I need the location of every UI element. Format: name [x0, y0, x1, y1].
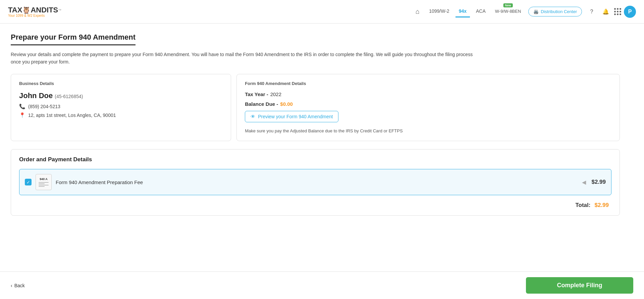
eye-icon: 👁	[251, 114, 255, 119]
main-nav: ⌂ 1099/W-2 94x ACA New W-9/W-8BEN 🖨️ Dis…	[412, 5, 636, 18]
form-icon-lines	[39, 182, 49, 187]
tax-year-row: Tax Year - 2022	[245, 91, 611, 97]
distribution-center-button[interactable]: 🖨️ Distribution Center	[528, 7, 582, 16]
form-icon-label: 940 A	[40, 178, 48, 181]
preview-btn-label: Preview your Form 940 Amendment	[258, 114, 333, 119]
fee-item-label: Form 940 Amendment Preparation Fee	[56, 179, 578, 185]
fee-arrow-icon: ◀	[582, 179, 586, 185]
nav-aca[interactable]: ACA	[473, 6, 489, 17]
home-icon[interactable]: ⌂	[412, 5, 423, 18]
address-row: 📍 12, apts 1st street, Los Angles, CA, 9…	[19, 112, 223, 118]
business-details-card: Business Details John Doe (45-6126854) 📞…	[11, 74, 231, 141]
form940-details-card: Form 940 Amendment Details Tax Year - 20…	[236, 74, 620, 141]
question-icon: ?	[590, 9, 593, 15]
total-row: Total: $2.99	[19, 202, 611, 209]
apps-grid-button[interactable]	[614, 8, 621, 15]
business-details-header: Business Details	[19, 81, 223, 86]
page-title: Prepare your Form 940 Amendment	[11, 33, 136, 45]
irs-note: Make sure you pay the Adjusted Balance d…	[245, 128, 611, 134]
balance-due-value: $0.00	[280, 101, 293, 107]
new-badge: New	[503, 3, 513, 7]
nav-1099w2[interactable]: 1099/W-2	[426, 6, 452, 17]
main-content: Prepare your Form 940 Amendment Review y…	[0, 24, 631, 233]
form940-details-header: Form 940 Amendment Details	[245, 81, 611, 86]
balance-due-row: Balance Due - $0.00	[245, 101, 611, 107]
business-address: 12, apts 1st street, Los Angles, CA, 900…	[28, 113, 116, 118]
help-button[interactable]: ?	[586, 6, 597, 17]
business-ein: (45-6126854)	[55, 94, 83, 99]
distribution-center-label: Distribution Center	[541, 9, 577, 14]
logo-tm: ™	[58, 8, 61, 12]
tax-year-label: Tax Year -	[245, 91, 268, 97]
nav-w9[interactable]: W-9/W-8BEN	[492, 6, 525, 17]
user-initial: P	[628, 9, 632, 15]
fee-item-row: ✓ 940 A Form 940 Amendment Preparation F…	[19, 169, 611, 195]
total-value: $2.99	[594, 202, 609, 209]
business-name: John Doe	[19, 91, 53, 100]
logo-andits: ANDITS	[31, 6, 58, 14]
order-payment-header: Order and Payment Details	[19, 156, 611, 163]
preview-form-button[interactable]: 👁 Preview your Form 940 Amendment	[245, 111, 338, 122]
page-description: Review your details and complete the pay…	[11, 51, 480, 66]
printer-icon: 🖨️	[533, 9, 539, 14]
logo-subtitle: Your 1099 & W2 Experts	[8, 14, 45, 17]
header: TAX 🦉 ANDITS ™ Your 1099 & W2 Experts ⌂ …	[0, 0, 644, 24]
order-payment-card: Order and Payment Details ✓ 940 A Form 9…	[11, 149, 620, 216]
bell-icon: 🔔	[602, 8, 609, 15]
logo[interactable]: TAX 🦉 ANDITS ™ Your 1099 & W2 Experts	[8, 6, 61, 17]
form-940-icon: 940 A	[36, 174, 52, 190]
phone-icon: 📞	[19, 103, 25, 110]
phone-row: 📞 (859) 204-5213	[19, 103, 223, 110]
logo-tax: TAX	[8, 6, 22, 14]
tax-year-value: 2022	[270, 91, 281, 97]
fee-item-amount: $2.99	[591, 179, 606, 185]
logo-owl-icon: 🦉	[22, 6, 31, 14]
total-label: Total:	[575, 202, 590, 209]
user-avatar[interactable]: P	[624, 6, 636, 18]
cards-row: Business Details John Doe (45-6126854) 📞…	[11, 74, 620, 141]
location-icon: 📍	[19, 112, 25, 118]
notification-button[interactable]: 🔔	[600, 6, 611, 17]
business-name-row: John Doe (45-6126854)	[19, 91, 223, 100]
balance-due-label: Balance Due -	[245, 101, 278, 107]
business-phone: (859) 204-5213	[28, 104, 60, 109]
nav-94x[interactable]: 94x	[455, 6, 470, 17]
fee-checkbox[interactable]: ✓	[25, 179, 32, 185]
nav-w9-wrap: New W-9/W-8BEN	[492, 6, 525, 17]
